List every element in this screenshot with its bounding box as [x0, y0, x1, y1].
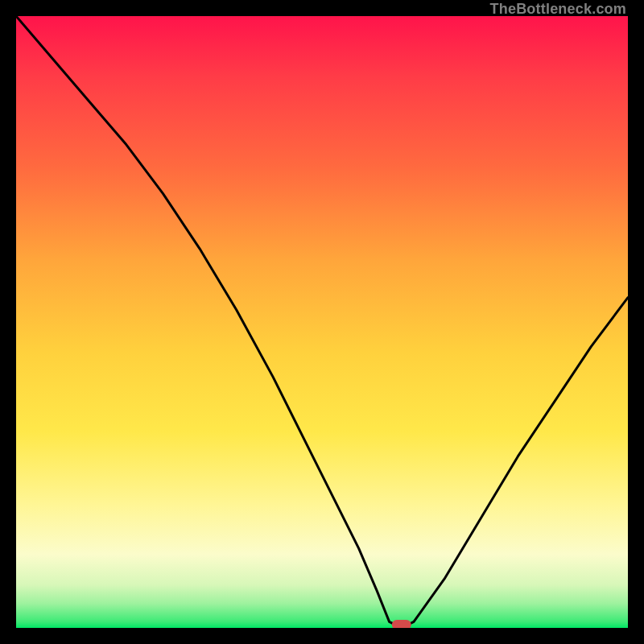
plot-area	[16, 16, 628, 628]
watermark-text: TheBottleneck.com	[490, 1, 626, 18]
chart-container: TheBottleneck.com	[0, 0, 644, 644]
minimum-marker	[392, 620, 411, 628]
bottleneck-curve-line	[16, 16, 628, 628]
chart-svg	[16, 16, 628, 628]
